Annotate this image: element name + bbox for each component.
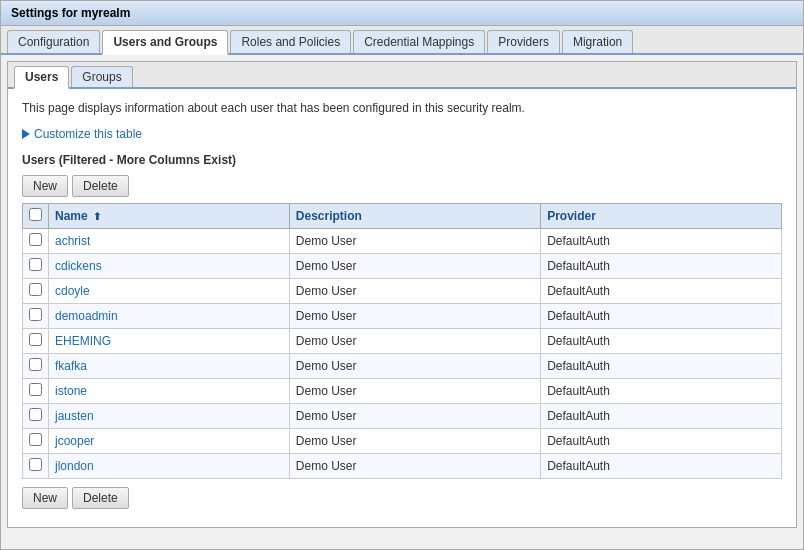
row-checkbox-cell xyxy=(23,229,49,254)
user-name-link[interactable]: demoadmin xyxy=(55,309,118,323)
row-name: jcooper xyxy=(49,429,290,454)
row-checkbox[interactable] xyxy=(29,308,42,321)
row-description: Demo User xyxy=(289,254,540,279)
table-row: jcooperDemo UserDefaultAuth xyxy=(23,429,782,454)
row-checkbox-cell xyxy=(23,329,49,354)
row-name: demoadmin xyxy=(49,304,290,329)
window-title: Settings for myrealm xyxy=(1,1,803,26)
row-checkbox-cell xyxy=(23,379,49,404)
row-provider: DefaultAuth xyxy=(541,429,782,454)
user-name-link[interactable]: fkafka xyxy=(55,359,87,373)
new-button-top[interactable]: New xyxy=(22,175,68,197)
row-name: EHEMING xyxy=(49,329,290,354)
row-provider: DefaultAuth xyxy=(541,254,782,279)
row-checkbox-cell xyxy=(23,404,49,429)
user-name-link[interactable]: cdickens xyxy=(55,259,102,273)
row-name: jlondon xyxy=(49,454,290,479)
user-name-link[interactable]: EHEMING xyxy=(55,334,111,348)
users-table: Name ⬆ Description Provider achristDemo … xyxy=(22,203,782,479)
table-body: achristDemo UserDefaultAuthcdickensDemo … xyxy=(23,229,782,479)
row-provider: DefaultAuth xyxy=(541,229,782,254)
table-header-row: Name ⬆ Description Provider xyxy=(23,204,782,229)
table-row: cdoyleDemo UserDefaultAuth xyxy=(23,279,782,304)
row-checkbox[interactable] xyxy=(29,283,42,296)
header-name-label: Name xyxy=(55,209,88,223)
row-checkbox[interactable] xyxy=(29,233,42,246)
table-row: jlondonDemo UserDefaultAuth xyxy=(23,454,782,479)
table-row: fkafkaDemo UserDefaultAuth xyxy=(23,354,782,379)
tab-roles-and-policies[interactable]: Roles and Policies xyxy=(230,30,351,53)
row-checkbox-cell xyxy=(23,454,49,479)
row-provider: DefaultAuth xyxy=(541,379,782,404)
row-name: cdoyle xyxy=(49,279,290,304)
header-provider[interactable]: Provider xyxy=(541,204,782,229)
new-button-bottom[interactable]: New xyxy=(22,487,68,509)
row-provider: DefaultAuth xyxy=(541,404,782,429)
tab-configuration[interactable]: Configuration xyxy=(7,30,100,53)
row-description: Demo User xyxy=(289,279,540,304)
customize-table-link[interactable]: Customize this table xyxy=(22,127,782,141)
select-all-checkbox[interactable] xyxy=(29,208,42,221)
tab-credential-mappings[interactable]: Credential Mappings xyxy=(353,30,485,53)
content-area: Users Groups This page displays informat… xyxy=(7,61,797,528)
row-checkbox[interactable] xyxy=(29,333,42,346)
table-row: demoadminDemo UserDefaultAuth xyxy=(23,304,782,329)
row-checkbox-cell xyxy=(23,429,49,454)
main-tabs-bar: Configuration Users and Groups Roles and… xyxy=(1,26,803,55)
triangle-icon xyxy=(22,129,30,139)
inner-content: This page displays information about eac… xyxy=(8,89,796,527)
row-checkbox[interactable] xyxy=(29,358,42,371)
row-description: Demo User xyxy=(289,379,540,404)
row-provider: DefaultAuth xyxy=(541,454,782,479)
row-checkbox[interactable] xyxy=(29,383,42,396)
user-name-link[interactable]: achrist xyxy=(55,234,90,248)
tab-providers[interactable]: Providers xyxy=(487,30,560,53)
row-provider: DefaultAuth xyxy=(541,279,782,304)
user-name-link[interactable]: jcooper xyxy=(55,434,94,448)
row-checkbox-cell xyxy=(23,304,49,329)
section-title: Users (Filtered - More Columns Exist) xyxy=(22,153,782,167)
row-checkbox[interactable] xyxy=(29,258,42,271)
row-description: Demo User xyxy=(289,329,540,354)
header-checkbox-col xyxy=(23,204,49,229)
customize-label: Customize this table xyxy=(34,127,142,141)
sub-tab-users[interactable]: Users xyxy=(14,66,69,89)
description-text: This page displays information about eac… xyxy=(22,101,782,115)
row-description: Demo User xyxy=(289,454,540,479)
top-button-row: New Delete xyxy=(22,175,782,197)
row-checkbox[interactable] xyxy=(29,408,42,421)
row-name: cdickens xyxy=(49,254,290,279)
delete-button-top[interactable]: Delete xyxy=(72,175,129,197)
row-checkbox-cell xyxy=(23,279,49,304)
row-provider: DefaultAuth xyxy=(541,329,782,354)
user-name-link[interactable]: istone xyxy=(55,384,87,398)
row-provider: DefaultAuth xyxy=(541,354,782,379)
table-row: istoneDemo UserDefaultAuth xyxy=(23,379,782,404)
row-checkbox-cell xyxy=(23,354,49,379)
row-description: Demo User xyxy=(289,354,540,379)
row-name: jausten xyxy=(49,404,290,429)
user-name-link[interactable]: jlondon xyxy=(55,459,94,473)
row-description: Demo User xyxy=(289,404,540,429)
bottom-button-row: New Delete xyxy=(22,487,782,509)
user-name-link[interactable]: jausten xyxy=(55,409,94,423)
header-name[interactable]: Name ⬆ xyxy=(49,204,290,229)
row-name: istone xyxy=(49,379,290,404)
user-name-link[interactable]: cdoyle xyxy=(55,284,90,298)
row-description: Demo User xyxy=(289,304,540,329)
row-description: Demo User xyxy=(289,429,540,454)
sort-arrow-icon: ⬆ xyxy=(93,211,101,222)
table-row: achristDemo UserDefaultAuth xyxy=(23,229,782,254)
row-checkbox[interactable] xyxy=(29,433,42,446)
table-row: jaustenDemo UserDefaultAuth xyxy=(23,404,782,429)
tab-migration[interactable]: Migration xyxy=(562,30,633,53)
row-name: fkafka xyxy=(49,354,290,379)
header-description[interactable]: Description xyxy=(289,204,540,229)
tab-users-and-groups[interactable]: Users and Groups xyxy=(102,30,228,55)
delete-button-bottom[interactable]: Delete xyxy=(72,487,129,509)
row-name: achrist xyxy=(49,229,290,254)
sub-tab-groups[interactable]: Groups xyxy=(71,66,132,87)
row-checkbox[interactable] xyxy=(29,458,42,471)
table-row: EHEMINGDemo UserDefaultAuth xyxy=(23,329,782,354)
main-window: Settings for myrealm Configuration Users… xyxy=(0,0,804,550)
